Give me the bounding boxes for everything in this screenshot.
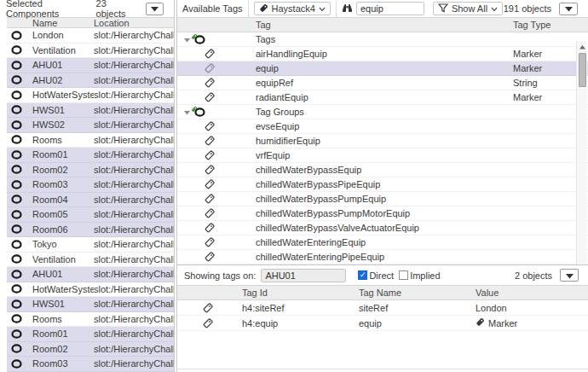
component-row[interactable]: HWS01slot:/HierarchyChallenge/ (7, 297, 174, 312)
component-name: Tokyo (32, 239, 94, 249)
component-row[interactable]: Room04slot:/HierarchyChallenge/ (7, 193, 174, 208)
target-component-input[interactable] (261, 269, 346, 282)
toolbar-separator (248, 1, 249, 17)
detail-tag-row[interactable]: h4:siteRefsiteRefLondon (177, 300, 588, 316)
tag-row[interactable]: equipRefString (177, 76, 588, 90)
component-row[interactable]: Londonslot:/HierarchyChallenge/ (7, 28, 174, 44)
tag-group-icon (205, 208, 215, 218)
tag-row[interactable]: equipMarker (177, 61, 588, 76)
tag-label: equipRef (256, 78, 513, 88)
tag-table: Tag Tag Type TagsairHandlingEquipMarkere… (177, 17, 588, 264)
tag-icon (205, 78, 215, 88)
component-icon (7, 75, 32, 84)
component-row[interactable]: Room01slot:/HierarchyChallenge/ (7, 327, 174, 342)
component-row[interactable]: HotWaterSystemslot:/HierarchyChallenge/ (7, 282, 174, 298)
detail-tag-row[interactable]: h4:equipequipMarker (177, 316, 588, 331)
expander-icon[interactable] (184, 34, 190, 44)
implied-checkbox-group[interactable]: Implied (399, 270, 440, 281)
component-row[interactable]: Roomsslot:/HierarchyChallenge/ (7, 312, 174, 328)
tag-row[interactable]: chilledWaterBypassEquip (177, 163, 588, 177)
tag-group-icon (205, 252, 215, 262)
component-name: Ventilation (32, 45, 94, 55)
tag-row[interactable]: chilledWaterBypassPumpEquip (177, 192, 588, 206)
component-row[interactable]: Tokyoslot:/HierarchyChallenge/ (7, 237, 174, 253)
showing-tags-panel: Showing tags on: ✓ Direct Implied 2 obje… (177, 264, 588, 372)
tag-row[interactable]: chilledWaterEnteringEquip (177, 235, 588, 250)
tag-row[interactable]: evseEquip (177, 119, 588, 134)
tag-column-header[interactable]: Tag (256, 20, 513, 30)
component-icon (7, 61, 32, 70)
component-row[interactable]: HotWaterSystemslot:/HierarchyChallenge/ (7, 88, 174, 103)
tag-row[interactable]: airHandlingEquipMarker (177, 47, 588, 61)
component-row[interactable]: Ventilationslot:/HierarchyChallenge/ (7, 253, 174, 268)
component-name: Room03 (32, 179, 94, 189)
component-row[interactable]: Room05slot:/HierarchyChallenge/ (7, 207, 174, 223)
component-row[interactable]: AHU01slot:/HierarchyChallenge/ (7, 267, 174, 282)
tag-row[interactable]: chilledWaterBypassValveActuatorEquip (177, 221, 588, 235)
component-name: Rooms (32, 135, 94, 145)
tag-row[interactable]: Tag Groups (177, 105, 588, 119)
component-location: slot:/HierarchyChallenge/ (94, 358, 174, 369)
value-column-header[interactable]: Value (476, 288, 588, 298)
tag-label: chilledWaterBypassValveActuatorEquip (256, 223, 513, 233)
component-location: slot:/HierarchyChallenge/ (94, 149, 174, 160)
tag-label: Tags (256, 34, 513, 44)
component-icon (7, 150, 32, 160)
component-row[interactable]: AHU02slot:/HierarchyChallenge/ (7, 73, 174, 89)
component-row[interactable]: Room06slot:/HierarchyChallenge/ (7, 223, 174, 238)
scroll-thumb[interactable] (579, 53, 586, 87)
tag-row[interactable]: chilledWaterBypassPumpMotorEquip (177, 206, 588, 221)
implied-checkbox[interactable] (399, 270, 408, 280)
tag-type-column-header[interactable]: Tag Type (513, 20, 588, 30)
scrollbar-track[interactable] (576, 41, 587, 282)
tag-group-icon (205, 223, 215, 233)
tag-group-icon (205, 165, 215, 175)
component-row[interactable]: Ventilationslot:/HierarchyChallenge/ (7, 44, 174, 59)
component-row[interactable]: Room03slot:/HierarchyChallenge/ (7, 357, 174, 372)
component-location: slot:/HierarchyChallenge/ (94, 209, 174, 219)
tag-search-input[interactable] (356, 2, 424, 15)
component-row[interactable]: Roomsslot:/HierarchyChallenge/ (7, 133, 174, 148)
expander-icon[interactable] (184, 107, 190, 117)
component-row[interactable]: Room02slot:/HierarchyChallenge/ (7, 163, 174, 178)
direct-checkbox-group[interactable]: ✓ Direct (358, 270, 394, 281)
tag-row[interactable]: Tags (177, 32, 588, 47)
component-row[interactable]: AHU01slot:/HierarchyChallenge/ (7, 58, 174, 73)
details-count-dropdown-button[interactable] (560, 269, 579, 282)
component-row[interactable]: HWS02slot:/HierarchyChallenge/ (7, 118, 174, 133)
tag-label: Tag Groups (256, 107, 513, 117)
show-all-filter-select[interactable]: Show All (433, 2, 503, 15)
tag-row[interactable]: chilledWaterBypassPipeEquip (177, 177, 588, 192)
location-column-header[interactable]: Location (94, 18, 174, 28)
component-location: slot:/HierarchyChallenge/ (94, 75, 174, 85)
tag-row[interactable]: chilledWaterEnteringPipeEquip (177, 250, 588, 264)
components-count-dropdown-button[interactable] (146, 3, 164, 15)
component-name: HWS01 (32, 105, 94, 115)
component-row[interactable]: Room01slot:/HierarchyChallenge/ (7, 148, 174, 163)
toolbar-separator (336, 1, 337, 17)
direct-checkbox[interactable]: ✓ (358, 270, 367, 280)
tag-name-column-header[interactable]: Tag Name (359, 288, 476, 298)
tag-row[interactable]: humidifierEquip (177, 134, 588, 148)
tag-row[interactable]: vrfEquip (177, 148, 588, 163)
name-column-header[interactable]: Name (32, 18, 94, 28)
group-tag-badge-icon (191, 32, 198, 42)
component-row[interactable]: Room03slot:/HierarchyChallenge/ (7, 177, 174, 193)
tag-row[interactable]: radiantEquipMarker (177, 90, 588, 105)
component-row[interactable]: HWS01slot:/HierarchyChallenge/ (7, 103, 174, 119)
component-location: slot:/HierarchyChallenge/ (94, 254, 174, 264)
components-count: 23 objects (96, 0, 138, 19)
checkbox-check-icon: ✓ (360, 271, 366, 279)
component-location: slot:/HierarchyChallenge/ (94, 239, 174, 249)
tags-count-dropdown-button[interactable] (559, 3, 578, 15)
tag-label: chilledWaterBypassPumpMotorEquip (256, 208, 513, 218)
app-window: Selected Components 23 objects Name Loca… (0, 0, 588, 372)
tag-library-select[interactable]: Haystack4 (254, 2, 331, 15)
component-icon (7, 31, 32, 40)
tag-id-column-header[interactable]: Tag Id (242, 288, 359, 298)
component-icon (7, 105, 32, 114)
available-tags-panel: Available Tags Haystack4 Show All 191 ob… (176, 0, 588, 372)
components-rows: Londonslot:/HierarchyChallenge/Ventilati… (7, 28, 174, 372)
scroll-up-button[interactable] (577, 41, 587, 50)
component-row[interactable]: Room02slot:/HierarchyChallenge/ (7, 342, 174, 357)
